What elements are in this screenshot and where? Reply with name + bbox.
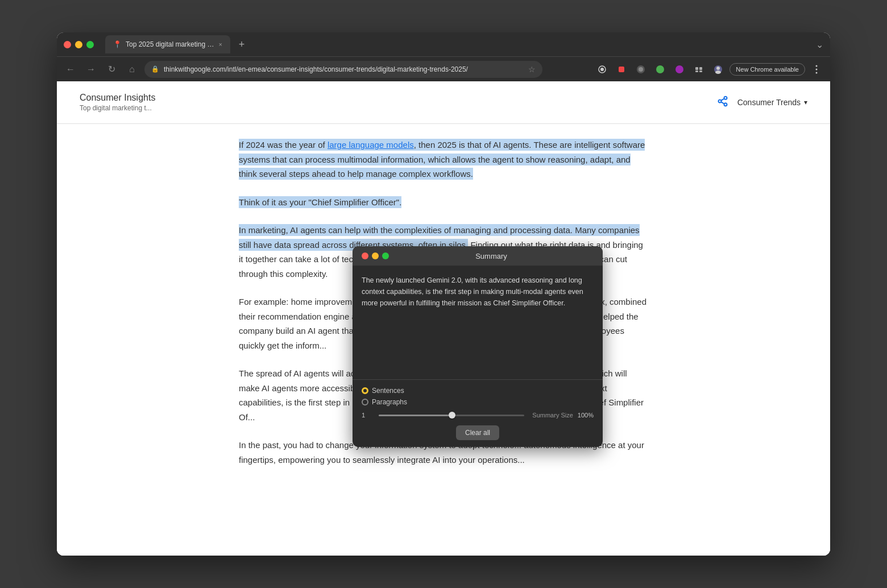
tab-favicon-icon: 📍 xyxy=(113,40,121,48)
maximize-window-button[interactable] xyxy=(86,41,94,48)
article-paragraph-2: Think of it as your "Chief Simplifier Of… xyxy=(239,195,648,210)
svg-point-5 xyxy=(656,65,664,73)
chevron-down-icon: ▾ xyxy=(804,98,807,106)
sentences-radio[interactable] xyxy=(362,387,368,394)
consumer-trends-button[interactable]: Consumer Trends ▾ xyxy=(737,98,807,107)
paragraph-1-highlighted: If 2024 was the year of large language m… xyxy=(239,139,645,180)
slider-percentage: 100% xyxy=(578,412,594,419)
article-paragraph-1: If 2024 was the year of large language m… xyxy=(239,138,648,181)
back-button[interactable]: ← xyxy=(63,61,78,77)
tab-bar: 📍 Top 2025 digital marketing tr... × + ⌄ xyxy=(105,35,823,53)
profile-icon[interactable] xyxy=(710,61,726,77)
site-logo-area: Consumer Insights Top digital marketing … xyxy=(80,93,155,112)
secure-icon: 🔒 xyxy=(151,65,159,73)
tab-list-button[interactable]: ⌄ xyxy=(816,39,823,50)
home-button[interactable]: ⌂ xyxy=(124,61,140,77)
paragraph-2-highlighted: Think of it as your "Chief Simplifier Of… xyxy=(239,196,401,208)
extension-icon-3[interactable] xyxy=(652,61,668,77)
extension-icon-1[interactable] xyxy=(614,61,629,77)
summary-title-text: Summary xyxy=(389,252,594,260)
clear-all-button[interactable]: Clear all xyxy=(456,425,499,440)
url-bar[interactable]: 🔒 thinkwithgoogle.com/intl/en-emea/consu… xyxy=(144,61,542,78)
url-text: thinkwithgoogle.com/intl/en-emea/consume… xyxy=(164,65,524,73)
svg-point-14 xyxy=(816,65,818,67)
svg-rect-9 xyxy=(695,71,698,72)
slider-row: 1 Summary Size 100% xyxy=(362,412,594,419)
tab-close-button[interactable]: × xyxy=(219,41,222,48)
large-language-models-link[interactable]: large language models xyxy=(328,140,414,150)
slider-track[interactable] xyxy=(379,415,524,416)
svg-rect-2 xyxy=(619,67,624,72)
summary-minimize-button[interactable] xyxy=(372,252,379,259)
svg-point-6 xyxy=(675,65,683,73)
paragraphs-label: Paragraphs xyxy=(372,398,407,406)
menu-button[interactable] xyxy=(809,61,824,77)
site-header-right: Consumer Trends ▾ xyxy=(717,96,807,110)
tab-title: Top 2025 digital marketing tr... xyxy=(126,40,214,48)
svg-point-12 xyxy=(716,67,720,70)
svg-point-15 xyxy=(816,68,818,70)
consumer-trends-label: Consumer Trends xyxy=(737,98,801,107)
paragraphs-option-row: Paragraphs xyxy=(362,398,594,406)
svg-point-17 xyxy=(724,96,727,99)
extension-icon-4[interactable] xyxy=(672,61,687,77)
share-icon[interactable] xyxy=(717,96,728,110)
svg-rect-8 xyxy=(699,67,702,70)
new-chrome-available-button[interactable]: New Chrome available xyxy=(730,63,805,76)
slider-thumb[interactable] xyxy=(449,412,455,419)
bookmark-icon[interactable]: ☆ xyxy=(528,65,536,74)
summary-content: The newly launched Gemini 2.0, with its … xyxy=(362,275,594,309)
toolbar-icons: New Chrome available xyxy=(594,61,824,77)
svg-rect-7 xyxy=(695,67,698,70)
site-title: Consumer Insights xyxy=(80,93,155,103)
summary-popup: Summary The newly launched Gemini 2.0, w… xyxy=(353,246,603,447)
title-bar: 📍 Top 2025 digital marketing tr... × + ⌄ xyxy=(57,32,830,56)
summary-title-bar: Summary xyxy=(353,246,603,266)
svg-point-18 xyxy=(718,100,721,102)
page-content: Consumer Insights Top digital marketing … xyxy=(57,81,830,556)
summary-body: The newly launched Gemini 2.0, with its … xyxy=(353,266,603,379)
extensions-menu-icon[interactable] xyxy=(691,61,707,77)
paragraphs-radio[interactable] xyxy=(362,399,368,405)
svg-line-21 xyxy=(721,98,724,100)
summary-footer: Sentences Paragraphs 1 Summa xyxy=(353,379,603,447)
sentences-option-row: Sentences xyxy=(362,387,594,395)
traffic-lights xyxy=(64,41,94,48)
slider-fill xyxy=(379,415,451,416)
refresh-button[interactable]: ↻ xyxy=(103,61,119,77)
summary-traffic-lights xyxy=(362,252,389,259)
slider-value: 1 xyxy=(362,412,371,419)
summary-maximize-button[interactable] xyxy=(382,252,389,259)
site-subtitle: Top digital marketing t... xyxy=(80,104,155,112)
sentences-label: Sentences xyxy=(372,387,404,395)
svg-point-16 xyxy=(816,72,818,73)
chrome-cast-icon[interactable] xyxy=(594,61,610,77)
address-bar: ← → ↻ ⌂ 🔒 thinkwithgoogle.com/intl/en-em… xyxy=(57,56,830,81)
new-tab-button[interactable]: + xyxy=(234,36,250,52)
extension-icon-2[interactable] xyxy=(633,61,649,77)
svg-point-19 xyxy=(724,103,727,106)
article-area: If 2024 was the year of large language m… xyxy=(57,124,830,556)
minimize-window-button[interactable] xyxy=(75,41,82,48)
svg-point-1 xyxy=(600,68,604,71)
summary-close-button[interactable] xyxy=(362,252,368,259)
site-header: Consumer Insights Top digital marketing … xyxy=(57,81,830,124)
forward-button[interactable]: → xyxy=(83,61,99,77)
browser-tab[interactable]: 📍 Top 2025 digital marketing tr... × xyxy=(105,35,230,53)
browser-window: 📍 Top 2025 digital marketing tr... × + ⌄… xyxy=(57,32,830,556)
slider-size-label: Summary Size xyxy=(532,412,573,419)
close-window-button[interactable] xyxy=(64,41,71,48)
svg-point-13 xyxy=(715,71,721,74)
svg-line-20 xyxy=(721,102,724,103)
svg-point-4 xyxy=(639,67,643,72)
svg-rect-10 xyxy=(699,71,702,72)
